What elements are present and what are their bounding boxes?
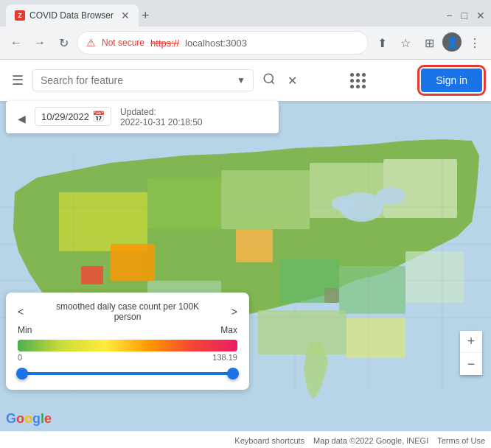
url-host: localhost:3003 [185,38,247,49]
restore-button[interactable]: □ [462,10,467,21]
legend-subtitle: person [24,312,231,322]
svg-rect-3 [147,178,221,229]
legend-more-button[interactable]: > [231,306,237,318]
svg-rect-2 [59,192,147,251]
sign-in-button[interactable]: Sign in [421,69,482,92]
address-bar[interactable]: ⚠ Not secure https:// localhost:3003 [77,31,369,55]
google-logo: Google [6,411,52,427]
search-dropdown-icon[interactable]: ▼ [237,75,246,85]
slider-track [18,372,237,375]
app-bar: ☰ ▼ ✕ Sign in [0,60,491,101]
date-prev-button[interactable]: ◀ [15,110,29,127]
minimize-button[interactable]: − [446,10,452,21]
legend-value-min: 0 [18,353,22,362]
tab-title: COVID Data Browser [29,10,116,21]
svg-rect-8 [236,229,273,262]
search-input[interactable] [41,74,232,86]
svg-point-29 [332,196,354,211]
legend-min-label: Min [18,325,32,335]
legend-max-label: Max [220,325,237,335]
google-logo-o2: o [24,411,32,426]
google-logo-g: G [6,411,16,426]
profile-button[interactable]: 👤 [442,32,462,52]
svg-rect-7 [111,244,155,281]
svg-point-31 [264,74,273,83]
url-prefix: https:// [150,38,179,49]
svg-rect-16 [347,318,405,358]
svg-line-32 [271,81,274,83]
search-container: ▼ [32,69,254,91]
not-secure-label: Not secure [102,38,144,48]
google-logo-g2: g [32,411,41,426]
svg-rect-15 [258,310,347,354]
map-data-label: Map data ©2022 Google, INEGI [313,436,428,445]
forward-button[interactable]: → [29,32,50,53]
browser-nav-icons: ⬆ ☆ ⊞ 👤 ⋮ [372,32,485,53]
svg-rect-14 [405,251,464,303]
grid-apps-icon[interactable] [350,73,366,88]
clear-search-button[interactable]: ✕ [285,71,300,91]
browser-chrome: Z COVID Data Browser ✕ + − □ ✕ ← → ↻ ⚠ N… [0,0,491,60]
date-panel: ◀ 10/29/2022 📅 Updated: 2022-10-31 20:18… [6,101,279,133]
tab-bar: Z COVID Data Browser ✕ + − □ ✕ [0,0,491,27]
bookmark-button[interactable]: ☆ [395,32,416,53]
app-container: ☰ ▼ ✕ Sign in [0,60,491,448]
reload-button[interactable]: ↻ [53,32,74,53]
zoom-out-button[interactable]: − [460,353,482,375]
security-warning-icon: ⚠ [86,37,96,49]
terms-of-use-link[interactable]: Terms of Use [437,436,485,445]
bottom-bar: Keyboard shortcuts Map data ©2022 Google… [0,431,491,448]
legend-header: < smoothed daily case count per 100K per… [18,301,237,322]
legend-panel: < smoothed daily case count per 100K per… [6,293,249,390]
range-slider[interactable] [18,366,237,381]
zoom-in-button[interactable]: + [460,331,482,353]
legend-gradient-bar [18,340,237,351]
menu-button[interactable]: ⋮ [464,32,485,53]
search-input-wrap: ▼ [32,69,254,91]
slider-handle-max[interactable] [227,368,239,379]
legend-value-max: 138.19 [212,353,237,362]
date-input-wrap[interactable]: 10/29/2022 📅 [35,107,111,126]
new-tab-button[interactable]: + [142,8,150,24]
slider-handle-min[interactable] [16,368,28,379]
calendar-icon: 📅 [92,111,105,122]
svg-rect-12 [339,266,405,314]
extensions-button[interactable]: ⊞ [419,32,439,53]
close-button[interactable]: ✕ [476,10,485,21]
date-value: 10/29/2022 [41,111,89,122]
updated-label: Updated: [120,107,202,117]
google-logo-e: e [44,411,52,426]
legend-title: smoothed daily case count per 100K [24,301,231,312]
keyboard-shortcuts-link[interactable]: Keyboard shortcuts [234,436,304,445]
legend-range: Min Max [18,325,237,335]
svg-rect-4 [221,170,310,229]
nav-bar: ← → ↻ ⚠ Not secure https:// localhost:30… [0,27,491,59]
legend-values: 0 138.19 [18,353,237,362]
svg-point-28 [376,187,405,205]
legend-less-button[interactable]: < [18,306,24,318]
svg-rect-9 [81,266,103,284]
updated-value: 2022-10-31 20:18:50 [120,117,202,127]
window-controls: − □ ✕ [446,10,485,21]
zoom-controls: + − [460,331,482,375]
tab-close-button[interactable]: ✕ [121,10,130,21]
share-button[interactable]: ⬆ [372,32,392,53]
back-button[interactable]: ← [6,32,27,53]
google-logo-o1: o [16,411,24,426]
active-tab[interactable]: Z COVID Data Browser ✕ [6,4,139,27]
profile-icon: 👤 [446,36,459,48]
tab-favicon: Z [15,10,25,21]
search-button[interactable] [260,69,279,91]
update-info: Updated: 2022-10-31 20:18:50 [120,107,202,127]
date-row: ◀ 10/29/2022 📅 Updated: 2022-10-31 20:18… [15,107,270,127]
hamburger-menu-button[interactable]: ☰ [9,69,27,91]
